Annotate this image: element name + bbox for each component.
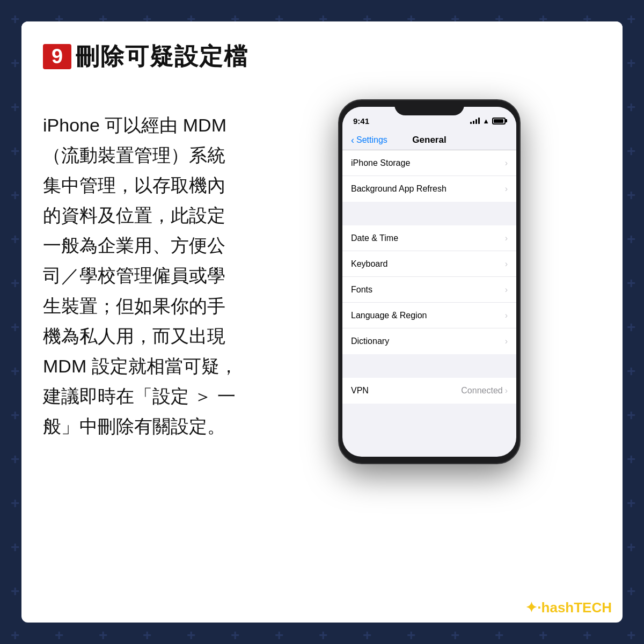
bg-plus: + [11,363,19,380]
brand-star-icon: ✦ [525,599,537,616]
wifi-icon: ▲ [482,117,489,125]
bg-plus: + [231,627,239,644]
bg-plus: + [627,143,635,160]
title-section: 9 刪除可疑設定檔 [21,21,623,83]
settings-separator-1 [342,206,516,225]
bg-plus: + [55,627,63,644]
bg-plus: + [11,539,19,556]
bg-plus: + [627,451,635,468]
bg-plus: + [11,187,19,204]
settings-item-language[interactable]: Language & Region › [342,303,516,328]
phone-screen: 9:41 ▲ [342,107,516,457]
settings-right-dictionary: › [505,336,508,346]
settings-item-vpn[interactable]: VPN Connected › [342,378,516,404]
settings-item-keyboard[interactable]: Keyboard › [342,251,516,277]
status-icons: ▲ [470,117,506,125]
battery-icon [492,118,506,125]
phone-mockup: 9:41 ▲ [338,99,521,464]
settings-right-language: › [505,311,508,320]
bg-plus: + [451,627,459,644]
chevron-icon-6: › [505,311,508,320]
nav-back-button[interactable]: ‹ Settings [351,135,387,146]
bg-plus: + [627,99,635,116]
chevron-icon-2: › [505,184,508,194]
settings-label-datetime: Date & Time [351,233,398,243]
body-text: iPhone 可以經由 MDM（流動裝置管理）系統集中管理，以存取機內的資料及位… [43,94,241,604]
settings-item-fonts[interactable]: Fonts › [342,277,516,303]
settings-value-vpn: Connected [461,386,502,396]
bg-plus: + [627,363,635,380]
bg-plus: + [627,55,635,72]
settings-right-bg-refresh: › [505,184,508,194]
bg-plus: + [363,627,371,644]
bg-plus: + [143,627,151,644]
bg-plus: + [407,627,415,644]
status-time: 9:41 [353,116,369,126]
settings-label-iphone-storage: iPhone Storage [351,158,410,168]
chevron-icon-3: › [505,233,508,243]
settings-item-bg-refresh[interactable]: Background App Refresh › [342,176,516,202]
settings-label-language: Language & Region [351,311,427,320]
nav-header: ‹ Settings General [342,130,516,150]
content-area: iPhone 可以經由 MDM（流動裝置管理）系統集中管理，以存取機內的資料及位… [21,83,623,620]
settings-list: iPhone Storage › Background App Refresh … [342,150,516,408]
bg-plus: + [11,627,19,644]
bg-plus: + [627,627,635,644]
bg-plus: + [627,231,635,248]
nav-back-label: Settings [356,135,387,145]
settings-label-keyboard: Keyboard [351,259,388,269]
bg-plus: + [319,627,327,644]
bg-plus: + [627,11,635,28]
title-text: 刪除可疑設定檔 [76,41,248,72]
chevron-icon-5: › [505,285,508,295]
bg-plus: + [583,627,591,644]
settings-right-keyboard: › [505,259,508,269]
settings-group-2: Date & Time › Keyboard › [342,225,516,354]
bg-plus: + [11,451,19,468]
bg-plus: + [11,11,19,28]
back-chevron-icon: ‹ [351,135,354,146]
bg-plus: + [627,187,635,204]
bg-plus: + [539,627,547,644]
phone-container: 9:41 ▲ [258,94,601,604]
settings-label-bg-refresh: Background App Refresh [351,184,447,194]
bg-plus: + [627,539,635,556]
brand-name: ·hashTECH [537,599,612,616]
bg-plus: + [11,275,19,292]
settings-right-fonts: › [505,285,508,295]
settings-label-dictionary: Dictionary [351,336,389,346]
settings-item-datetime[interactable]: Date & Time › [342,225,516,251]
settings-right-vpn: Connected › [461,386,508,396]
bg-plus: + [11,231,19,248]
bg-plus: + [275,627,283,644]
bg-plus: + [627,583,635,600]
settings-item-iphone-storage[interactable]: iPhone Storage › [342,150,516,176]
brand-text: ✦·hashTECH [525,599,612,616]
title-number: 9 [43,44,71,69]
phone-notch [394,100,464,115]
bg-plus: + [495,627,503,644]
chevron-icon-7: › [505,336,508,346]
bg-plus: + [99,627,107,644]
settings-item-dictionary[interactable]: Dictionary › [342,328,516,354]
chevron-icon: › [505,158,508,168]
settings-label-vpn: VPN [351,386,369,396]
settings-label-fonts: Fonts [351,285,372,295]
bg-plus: + [11,495,19,512]
settings-right-datetime: › [505,233,508,243]
settings-group-3: VPN Connected › [342,378,516,404]
chevron-icon-8: › [505,386,508,396]
brand-bar: ✦·hashTECH [515,593,623,623]
settings-separator-2 [342,358,516,378]
settings-right-iphone-storage: › [505,158,508,168]
bg-plus: + [627,275,635,292]
bg-plus: + [627,319,635,336]
main-card: 9 刪除可疑設定檔 iPhone 可以經由 MDM（流動裝置管理）系統集中管理，… [21,21,623,623]
signal-icon [470,118,480,124]
bg-plus: + [187,627,195,644]
bg-plus: + [11,319,19,336]
bg-plus: + [11,99,19,116]
nav-title: General [412,135,446,145]
bg-plus: + [627,407,635,424]
bg-plus: + [11,583,19,600]
